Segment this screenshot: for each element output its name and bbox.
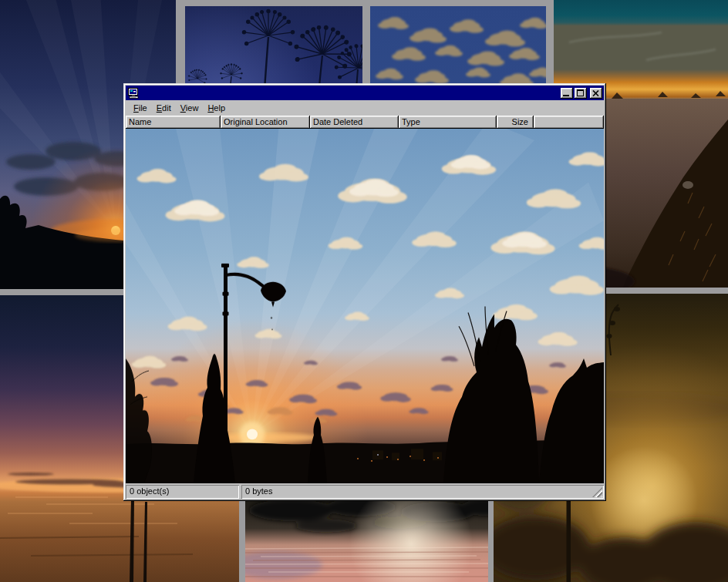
menu-item-edit[interactable]: Edit xyxy=(152,102,176,115)
street-lamp-sunset-photo xyxy=(126,129,604,483)
column-header-size[interactable]: Size xyxy=(497,116,534,129)
close-icon xyxy=(592,90,599,96)
column-header-name[interactable]: Name xyxy=(126,116,221,129)
close-button[interactable] xyxy=(590,88,602,99)
maximize-icon xyxy=(577,89,584,96)
status-object-count: 0 object(s) xyxy=(126,485,239,499)
menubar: File Edit View Help xyxy=(126,101,604,116)
column-header-date-deleted[interactable]: Date Deleted xyxy=(310,116,399,129)
menu-item-view[interactable]: View xyxy=(176,102,204,115)
column-header-original-location[interactable]: Original Location xyxy=(221,116,310,129)
minimize-button[interactable] xyxy=(561,88,573,99)
column-header-filler xyxy=(534,116,604,129)
statusbar: 0 object(s) 0 bytes xyxy=(126,485,604,499)
status-total-size: 0 bytes xyxy=(241,485,604,499)
titlebar[interactable] xyxy=(126,86,604,100)
desktop: File Edit View Help Name Original Locati… xyxy=(0,0,728,582)
column-headers: Name Original Location Date Deleted Type… xyxy=(126,116,604,129)
window: File Edit View Help Name Original Locati… xyxy=(123,83,606,501)
list-view[interactable] xyxy=(126,129,604,483)
water-reflection-photo xyxy=(245,500,488,582)
column-header-type[interactable]: Type xyxy=(399,116,497,129)
menu-item-file[interactable]: File xyxy=(129,102,152,115)
menu-item-help[interactable]: Help xyxy=(203,102,230,115)
minimize-icon xyxy=(563,95,569,96)
maximize-button[interactable] xyxy=(575,88,587,99)
computer-icon xyxy=(127,87,140,99)
window-controls xyxy=(561,88,602,99)
